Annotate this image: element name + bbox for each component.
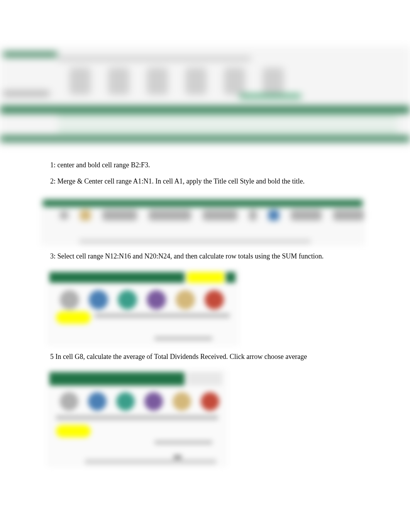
instruction-5: 5 In cell G8, calculate the average of T…	[50, 350, 360, 363]
instruction-3: 3: Select cell range N12:N16 and N20:N24…	[50, 250, 360, 263]
formula-ribbon-screenshot-1-blurred	[46, 269, 239, 346]
spreadsheet-screenshot-blurred	[0, 46, 410, 147]
ribbon-screenshot-blurred	[41, 197, 365, 246]
instruction-1: 1: center and bold cell range B2:F3.	[50, 158, 360, 172]
formula-ribbon-screenshot-2-blurred	[46, 369, 228, 467]
instruction-2: 2: Merge & Center cell range A1:N1. In c…	[50, 175, 360, 188]
